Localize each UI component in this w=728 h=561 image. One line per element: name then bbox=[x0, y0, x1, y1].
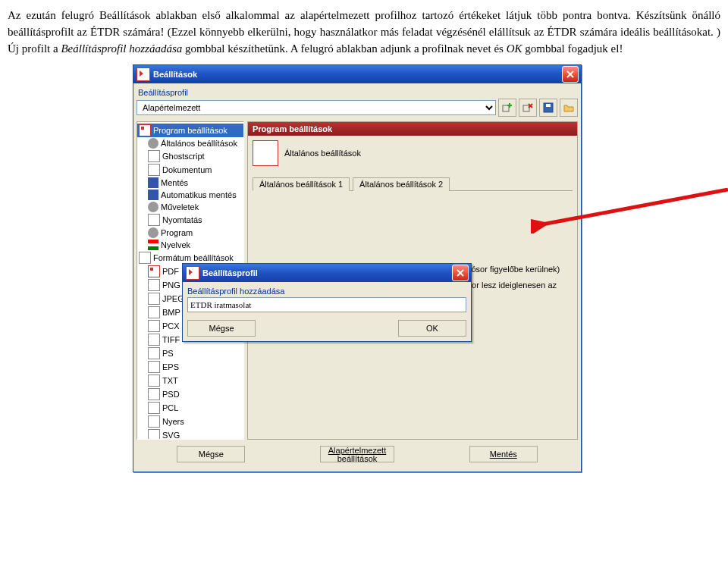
tree-item-label: Program beállítások bbox=[153, 126, 228, 135]
tree-item-icon bbox=[148, 150, 160, 162]
footer-buttons: Mégse Alapértelmezett beállítások Mentés bbox=[136, 440, 578, 469]
tree-item[interactable]: Nyomtatás bbox=[137, 213, 243, 227]
tree-item-label: Ghostscript bbox=[162, 152, 205, 161]
close-icon bbox=[566, 71, 574, 78]
tree-item[interactable]: Mentés bbox=[137, 177, 243, 189]
intro-paragraph: Az ezután felugró Beállítások ablakban e… bbox=[8, 8, 720, 57]
modal-close-button[interactable] bbox=[452, 265, 469, 281]
tree-item-label: Program bbox=[161, 228, 193, 237]
svg-rect-1 bbox=[523, 105, 529, 111]
save-profile-button[interactable] bbox=[539, 99, 557, 117]
panel-header: Program beállítások bbox=[248, 122, 577, 136]
tree-item[interactable]: PSD bbox=[137, 387, 243, 401]
tree-item[interactable]: Dokumentum bbox=[137, 163, 243, 177]
tree-item-icon bbox=[148, 214, 160, 226]
tree-item-icon bbox=[148, 293, 160, 305]
add-profile-dialog: Beállításprofil Beállításprofil hozzáadá… bbox=[182, 263, 472, 342]
tree-item-icon bbox=[148, 415, 160, 428]
tree-item[interactable]: PS bbox=[137, 346, 243, 360]
profile-select[interactable]: Alapértelmezett bbox=[136, 100, 496, 115]
profile-section-label: Beállításprofil bbox=[138, 88, 578, 97]
cancel-button[interactable]: Mégse bbox=[177, 446, 245, 462]
tree-item-label: EPS bbox=[162, 362, 179, 371]
tree-item-icon bbox=[148, 227, 158, 238]
tree-item-label: Nyers bbox=[162, 417, 184, 426]
tree-item-label: JPEG bbox=[162, 294, 184, 303]
modal-titlebar: Beállításprofil bbox=[183, 264, 471, 282]
tab-strip: Általános beállítások 1 Általános beállí… bbox=[253, 177, 573, 191]
close-button[interactable] bbox=[562, 66, 579, 83]
modal-title: Beállításprofil bbox=[202, 268, 452, 277]
tree-item-icon bbox=[148, 138, 158, 149]
tree-item-icon bbox=[148, 177, 158, 188]
tree-item-icon bbox=[148, 190, 158, 200]
tree-item[interactable]: Program beállítások bbox=[137, 124, 243, 137]
app-icon bbox=[136, 67, 150, 81]
modal-cancel-button[interactable]: Mégse bbox=[187, 320, 256, 337]
tree-item-label: TXT bbox=[162, 376, 178, 385]
tree-item-icon bbox=[148, 334, 160, 346]
folder-icon bbox=[563, 102, 575, 114]
tree-item-label: Mentés bbox=[161, 178, 188, 187]
tree-item-label: PCL bbox=[162, 403, 178, 412]
tree-item-icon bbox=[148, 375, 160, 387]
tree-item-icon bbox=[139, 252, 151, 264]
tree-item-icon bbox=[148, 388, 160, 400]
tree-item-icon bbox=[139, 124, 151, 136]
open-profile-button[interactable] bbox=[560, 99, 578, 117]
delete-profile-button[interactable] bbox=[519, 99, 537, 117]
tree-item[interactable]: Automatikus mentés bbox=[137, 189, 243, 201]
tree-item-icon bbox=[148, 279, 160, 291]
window-title: Beállítások bbox=[153, 70, 562, 79]
tree-item[interactable]: Nyers bbox=[137, 415, 243, 428]
tree-item-label: PSD bbox=[162, 390, 180, 399]
tree-item[interactable]: Nyelvek bbox=[137, 239, 243, 251]
tree-item-label: BMP bbox=[162, 308, 180, 317]
tree-item-icon bbox=[148, 402, 160, 414]
delete-profile-icon bbox=[522, 102, 534, 114]
modal-label: Beállításprofil hozzáadása bbox=[187, 287, 466, 296]
profile-row: Alapértelmezett bbox=[136, 99, 578, 117]
tab-general-2[interactable]: Általános beállítások 2 bbox=[353, 177, 450, 191]
tree-item[interactable]: SVG bbox=[137, 428, 243, 440]
titlebar: Beállítások bbox=[133, 65, 581, 83]
svg-rect-3 bbox=[546, 104, 551, 107]
tree-item-label: Műveletek bbox=[161, 202, 199, 212]
tree-item[interactable]: Műveletek bbox=[137, 201, 243, 213]
tree-item[interactable]: Általános beállítások bbox=[137, 137, 243, 149]
add-profile-button[interactable] bbox=[498, 99, 516, 117]
tree-item-label: TIFF bbox=[162, 335, 180, 344]
profile-name-input[interactable] bbox=[187, 297, 466, 312]
tree-item-icon bbox=[148, 240, 158, 250]
tree-item-icon bbox=[148, 265, 160, 277]
tree-item-label: Automatikus mentés bbox=[161, 190, 237, 199]
save-button[interactable]: Mentés bbox=[469, 446, 538, 462]
tree-item-label: PNG bbox=[162, 280, 180, 290]
tree-item-icon bbox=[148, 347, 160, 359]
add-profile-icon bbox=[501, 102, 513, 114]
tree-item-icon bbox=[148, 164, 160, 176]
tree-item[interactable]: PCL bbox=[137, 401, 243, 415]
floppy-icon bbox=[542, 102, 554, 114]
tree-item-label: PCX bbox=[162, 321, 180, 331]
tree-item-label: Dokumentum bbox=[162, 165, 212, 174]
tree-item-label: PDF bbox=[162, 267, 179, 276]
close-icon bbox=[457, 269, 464, 277]
app-icon bbox=[186, 266, 199, 280]
tree-item-icon bbox=[148, 429, 160, 440]
tree-item[interactable]: Program bbox=[137, 227, 243, 239]
tree-item-label: PS bbox=[162, 349, 174, 358]
tree-item-icon bbox=[148, 361, 160, 373]
tree-item-label: Általános beállítások bbox=[161, 139, 237, 148]
modal-ok-button[interactable]: OK bbox=[398, 320, 466, 337]
tree-item[interactable]: TXT bbox=[137, 374, 243, 387]
tab-general-1[interactable]: Általános beállítások 1 bbox=[253, 177, 350, 191]
defaults-button[interactable]: Alapértelmezett beállítások bbox=[320, 446, 394, 462]
tree-item-label: Formátum beállítások bbox=[153, 253, 234, 262]
tree-item[interactable]: EPS bbox=[137, 360, 243, 374]
tree-item-icon bbox=[148, 306, 160, 318]
tree-item[interactable]: Ghostscript bbox=[137, 149, 243, 163]
tree-item-label: Nyelvek bbox=[161, 240, 190, 249]
panel-icon bbox=[253, 140, 278, 166]
tree-item-label: Nyomtatás bbox=[162, 215, 202, 224]
